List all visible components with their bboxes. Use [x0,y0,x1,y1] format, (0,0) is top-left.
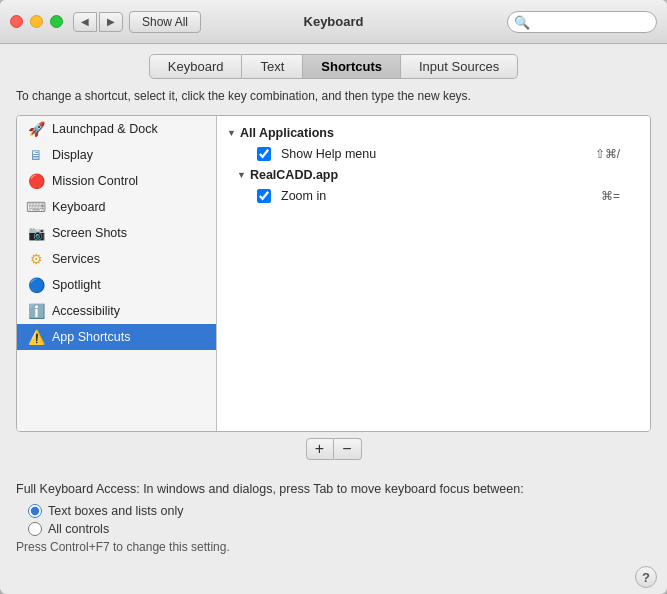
titlebar: ◀ ▶ Show All Keyboard 🔍 [0,0,667,44]
mission-icon: 🔴 [27,172,45,190]
screenshots-icon: 📷 [27,224,45,242]
all-apps-label: All Applications [240,126,334,140]
window-title: Keyboard [304,14,364,29]
instruction-text: To change a shortcut, select it, click t… [16,87,651,105]
show-help-label: Show Help menu [281,147,595,161]
all-apps-triangle: ▼ [227,128,236,138]
realcadd-header[interactable]: ▼ RealCADD.app [217,164,650,186]
sidebar-item-appshortcuts[interactable]: ⚠️ App Shortcuts [17,324,216,350]
tab-input-sources[interactable]: Input Sources [401,54,518,79]
zoom-in-row[interactable]: Zoom in ⌘= [217,186,650,206]
accessibility-icon: ℹ️ [27,302,45,320]
sidebar-item-screenshots-label: Screen Shots [52,226,127,240]
zoom-in-key: ⌘= [601,189,620,203]
radio-text-boxes-input[interactable] [28,504,42,518]
content-area: To change a shortcut, select it, click t… [0,87,667,476]
forward-icon: ▶ [107,16,115,27]
control-tip: Press Control+F7 to change this setting. [0,538,667,562]
radio-text-boxes[interactable]: Text boxes and lists only [28,504,651,518]
sidebar-item-display[interactable]: 🖥 Display [17,142,216,168]
sidebar-item-spotlight-label: Spotlight [52,278,101,292]
keyboard-access-label: Full Keyboard Access: In windows and dia… [0,476,667,500]
sidebar-item-launchpad[interactable]: 🚀 Launchpad & Dock [17,116,216,142]
tabs-bar: Keyboard Text Shortcuts Input Sources [0,44,667,87]
spotlight-icon: 🔵 [27,276,45,294]
minimize-button[interactable] [30,15,43,28]
back-icon: ◀ [81,16,89,27]
sidebar-item-appshortcuts-label: App Shortcuts [52,330,131,344]
show-help-key: ⇧⌘/ [595,147,620,161]
maximize-button[interactable] [50,15,63,28]
radio-text-boxes-label: Text boxes and lists only [48,504,184,518]
back-button[interactable]: ◀ [73,12,97,32]
realcadd-triangle: ▼ [237,170,246,180]
sidebar-item-services-label: Services [52,252,100,266]
all-apps-section: ▼ All Applications Show Help menu ⇧⌘/ ▼ … [217,116,650,212]
realcadd-label: RealCADD.app [250,168,338,182]
search-icon: 🔍 [514,15,530,30]
zoom-in-label: Zoom in [281,189,601,203]
radio-group: Text boxes and lists only All controls [0,500,667,538]
add-shortcut-button[interactable]: + [306,438,334,460]
left-panel: 🚀 Launchpad & Dock 🖥 Display 🔴 Mission C… [17,116,217,431]
sidebar-item-services[interactable]: ⚙ Services [17,246,216,272]
tab-shortcuts[interactable]: Shortcuts [303,54,401,79]
close-button[interactable] [10,15,23,28]
bottom-buttons: + − [16,432,651,464]
show-help-row[interactable]: Show Help menu ⇧⌘/ [217,144,650,164]
sidebar-item-mission[interactable]: 🔴 Mission Control [17,168,216,194]
search-box: 🔍 [507,11,657,33]
main-pane: 🚀 Launchpad & Dock 🖥 Display 🔴 Mission C… [16,115,651,432]
sidebar-item-display-label: Display [52,148,93,162]
services-icon: ⚙ [27,250,45,268]
sidebar-item-spotlight[interactable]: 🔵 Spotlight [17,272,216,298]
tab-keyboard[interactable]: Keyboard [149,54,243,79]
sidebar-item-screenshots[interactable]: 📷 Screen Shots [17,220,216,246]
launchpad-icon: 🚀 [27,120,45,138]
zoom-in-checkbox[interactable] [257,189,271,203]
traffic-lights [10,15,63,28]
radio-all-controls-input[interactable] [28,522,42,536]
sidebar-item-launchpad-label: Launchpad & Dock [52,122,158,136]
help-icon-wrap: ? [0,562,667,594]
remove-shortcut-button[interactable]: − [334,438,362,460]
sidebar-item-accessibility-label: Accessibility [52,304,120,318]
sidebar-item-keyboard-label: Keyboard [52,200,106,214]
display-icon: 🖥 [27,146,45,164]
radio-all-controls-label: All controls [48,522,109,536]
appshortcuts-icon: ⚠️ [27,328,45,346]
all-apps-header[interactable]: ▼ All Applications [217,122,650,144]
right-panel: ▼ All Applications Show Help menu ⇧⌘/ ▼ … [217,116,650,431]
keyboard-preferences-window: ◀ ▶ Show All Keyboard 🔍 Keyboard Text Sh… [0,0,667,594]
help-button[interactable]: ? [635,566,657,588]
sidebar-item-keyboard[interactable]: ⌨ Keyboard [17,194,216,220]
show-help-checkbox[interactable] [257,147,271,161]
sidebar-item-accessibility[interactable]: ℹ️ Accessibility [17,298,216,324]
radio-all-controls[interactable]: All controls [28,522,651,536]
keyboard-icon: ⌨ [27,198,45,216]
nav-buttons: ◀ ▶ [73,12,123,32]
tab-text[interactable]: Text [242,54,303,79]
show-all-button[interactable]: Show All [129,11,201,33]
sidebar-item-mission-label: Mission Control [52,174,138,188]
forward-button[interactable]: ▶ [99,12,123,32]
